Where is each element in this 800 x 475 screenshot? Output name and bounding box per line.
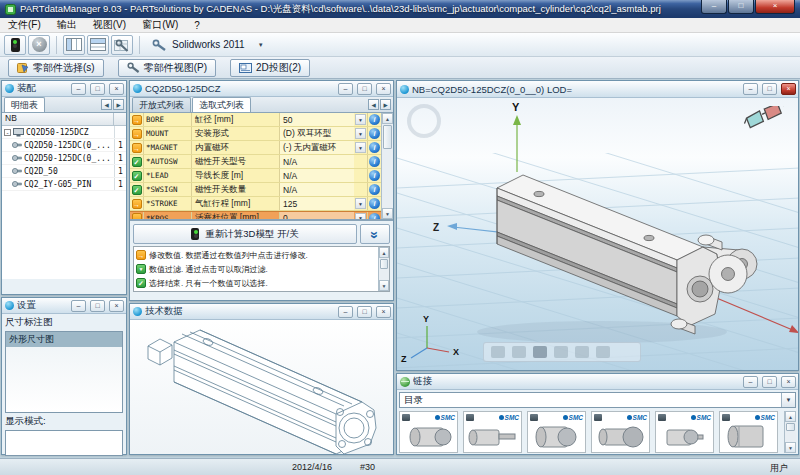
- technical-drawing[interactable]: [130, 320, 393, 454]
- tab-scroll-right-button[interactable]: ▶: [113, 99, 124, 110]
- panel-minimize-button[interactable]: –: [71, 83, 86, 95]
- dropdown-button[interactable]: ▼: [355, 198, 366, 209]
- product-thumbnail[interactable]: SMC: [719, 411, 778, 453]
- menu-export[interactable]: 输出: [49, 18, 85, 32]
- panel-maximize-button[interactable]: □: [762, 83, 777, 95]
- panel-minimize-button[interactable]: –: [338, 83, 353, 95]
- viewport-toolbar[interactable]: [483, 342, 641, 362]
- panel-minimize-button[interactable]: –: [71, 300, 86, 312]
- product-thumbnail[interactable]: SMC: [527, 411, 586, 453]
- menu-help[interactable]: ?: [186, 18, 208, 32]
- panel-maximize-button[interactable]: □: [357, 306, 372, 318]
- viewport-tool-icon[interactable]: [596, 346, 610, 358]
- menu-view[interactable]: 视图(V): [85, 18, 134, 32]
- tree-row[interactable]: CQ2D50-125DC(0_... 1: [2, 139, 126, 152]
- tree-row[interactable]: CQ2D_50 1: [2, 165, 126, 178]
- chevron-down-icon[interactable]: ▼: [781, 393, 795, 407]
- viewport-tool-icon[interactable]: [491, 346, 505, 358]
- viewport-tool-icon[interactable]: [512, 346, 526, 358]
- maximize-button[interactable]: □: [728, 0, 754, 14]
- display-mode-listbox[interactable]: [5, 430, 123, 456]
- dropdown-button[interactable]: ▼: [355, 114, 366, 125]
- layout-columns-button[interactable]: [63, 35, 85, 55]
- panel-minimize-button[interactable]: –: [743, 376, 758, 388]
- export-target-combo[interactable]: Solidworks 2011 ▼: [146, 35, 270, 55]
- panel-minimize-button[interactable]: –: [338, 306, 353, 318]
- table-scrollbar[interactable]: ▲ ▼: [381, 113, 393, 219]
- info-button[interactable]: i: [367, 127, 381, 140]
- dimension-drawing-selected[interactable]: 外形尺寸图: [6, 332, 122, 347]
- info-button[interactable]: i: [367, 183, 381, 196]
- table-row[interactable]: → *STROKE 气缸行程 [mm] 125 ▼ i: [130, 197, 381, 211]
- param-value[interactable]: N/A: [280, 155, 354, 168]
- tab-scroll-right-button[interactable]: ▶: [380, 99, 391, 110]
- product-thumbnail[interactable]: SMC: [399, 411, 458, 453]
- panel-maximize-button[interactable]: □: [90, 83, 105, 95]
- viewport-tool-icon[interactable]: [533, 346, 547, 358]
- table-row[interactable]: → MOUNT 安装形式 (D) 双耳环型 ▼ i: [130, 127, 381, 141]
- panel-close-button[interactable]: ×: [109, 300, 124, 312]
- panel-maximize-button[interactable]: □: [357, 83, 372, 95]
- dropdown-button[interactable]: ▼: [355, 213, 366, 219]
- tab-2d-derivation[interactable]: 2D投图(2): [230, 59, 310, 77]
- bom-column-nb[interactable]: NB: [2, 113, 114, 125]
- cancel-button[interactable]: ×: [28, 35, 50, 55]
- param-value[interactable]: 125: [280, 197, 354, 210]
- scroll-up-button[interactable]: ▲: [379, 247, 389, 258]
- rotation-widget[interactable]: [407, 104, 441, 138]
- dimension-drawing-listbox[interactable]: 外形尺寸图: [5, 331, 123, 413]
- info-button[interactable]: i: [367, 197, 381, 210]
- tab-part-view[interactable]: 零部件视图(P): [118, 59, 216, 77]
- configure-table-button[interactable]: [111, 35, 133, 55]
- panel-maximize-button[interactable]: □: [762, 376, 777, 388]
- 3d-viewport[interactable]: Z: [397, 98, 798, 370]
- param-value[interactable]: N/A: [280, 169, 354, 182]
- menu-window[interactable]: 窗口(W): [134, 18, 186, 32]
- 3d-glasses-icon[interactable]: [744, 106, 786, 132]
- scroll-thumb[interactable]: [380, 259, 388, 269]
- category-select[interactable]: 目录 ▼: [399, 392, 796, 408]
- viewport-tool-icon[interactable]: [575, 346, 589, 358]
- scroll-thumb[interactable]: [383, 125, 392, 149]
- product-thumbnail[interactable]: SMC: [655, 411, 714, 453]
- tree-row[interactable]: CQ2D50-125DC(0_... 1: [2, 152, 126, 165]
- viewport-tool-icon[interactable]: [554, 346, 568, 358]
- panel-close-button[interactable]: ×: [781, 83, 796, 95]
- scroll-up-button[interactable]: ▲: [382, 113, 393, 124]
- legend-scrollbar[interactable]: ▲ ▼: [378, 247, 389, 291]
- panel-minimize-button[interactable]: –: [743, 83, 758, 95]
- info-button[interactable]: i: [367, 212, 381, 219]
- tab-scroll-left-button[interactable]: ◀: [368, 99, 379, 110]
- param-value[interactable]: N/A: [280, 183, 354, 196]
- scroll-down-button[interactable]: ▼: [382, 208, 393, 219]
- menu-file[interactable]: 文件(F): [0, 18, 49, 32]
- panel-close-button[interactable]: ×: [781, 376, 796, 388]
- table-row[interactable]: ✓ *LEAD 导线长度 [m] N/A i: [130, 169, 381, 183]
- table-row-highlighted[interactable]: → *KPOS 活塞杆位置 [mm] 0 ▼ i: [130, 211, 381, 219]
- table-row[interactable]: ✓ *AUTOSW 磁性开关型号 N/A i: [130, 155, 381, 169]
- table-row[interactable]: → *MAGNET 内置磁环 (-) 无内置磁环 ▼ i: [130, 141, 381, 155]
- scroll-up-button[interactable]: ▲: [785, 411, 796, 422]
- panel-close-button[interactable]: ×: [376, 83, 391, 95]
- info-button[interactable]: i: [367, 155, 381, 168]
- scroll-thumb[interactable]: [786, 423, 795, 431]
- info-button[interactable]: i: [367, 141, 381, 154]
- dropdown-button[interactable]: ▼: [355, 142, 366, 153]
- product-thumbnail[interactable]: SMC: [463, 411, 522, 453]
- param-value[interactable]: (D) 双耳环型: [280, 127, 354, 140]
- recalculate-3d-button[interactable]: 重新计算3D模型 开/关: [133, 224, 357, 244]
- table-row[interactable]: ✓ *SWSIGN 磁性开关数量 N/A i: [130, 183, 381, 197]
- tree-row-root[interactable]: - CQ2D50-125DCZ: [2, 126, 126, 139]
- panel-close-button[interactable]: ×: [109, 83, 124, 95]
- scroll-down-button[interactable]: ▼: [785, 442, 796, 453]
- expand-options-button[interactable]: »: [360, 224, 390, 244]
- panel-close-button[interactable]: ×: [376, 306, 391, 318]
- collapse-icon[interactable]: -: [4, 129, 11, 136]
- tab-scroll-left-button[interactable]: ◀: [101, 99, 112, 110]
- scroll-down-button[interactable]: ▼: [379, 280, 389, 291]
- panel-maximize-button[interactable]: □: [90, 300, 105, 312]
- product-thumbnail[interactable]: SMC: [591, 411, 650, 453]
- table-row[interactable]: → BORE 缸径 [mm] 50 ▼ i: [130, 113, 381, 127]
- tab-bom-list[interactable]: 明细表: [4, 97, 45, 112]
- tab-open-list[interactable]: 开放式列表: [132, 97, 191, 112]
